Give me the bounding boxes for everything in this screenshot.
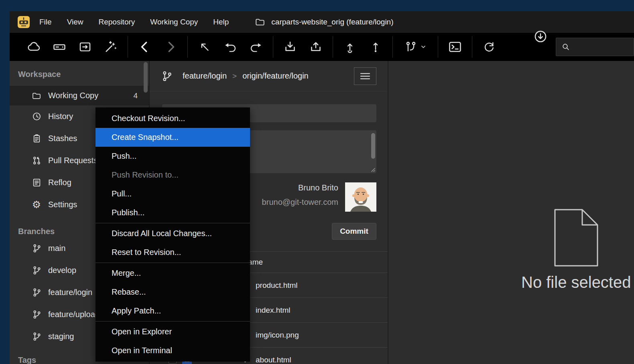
author-email: bruno@git-tower.com [262,198,338,207]
menu-item-discard-all-local-changes[interactable]: Discard All Local Changes... [96,224,250,243]
open-repository-button[interactable] [47,36,72,58]
menu-item-push-revision-to: Push Revision to... [96,166,250,184]
drive-icon [52,40,67,54]
discard-button[interactable] [192,36,217,58]
author-info: Bruno Brito bruno@git-tower.com [262,182,338,207]
menu-item-create-snapshot[interactable]: Create Snapshot... [96,128,250,147]
menu-item-open-in-explorer[interactable]: Open in Explorer [96,322,250,341]
toolbar-search[interactable] [556,38,634,56]
branch-label: feature/login [48,288,92,297]
no-file-selected-message: No file selected [521,273,631,291]
context-menu: Checkout Revision... Create Snapshot... … [96,107,250,362]
commit-button[interactable]: Commit [332,223,376,240]
chevron-down-icon [420,44,427,50]
author-name: Bruno Brito [262,183,338,192]
git-branch-icon [161,70,173,82]
clone-icon [78,40,92,54]
sidebar-item-label: History [48,112,73,121]
file-preview-panel: No file selected [388,61,634,364]
search-icon [561,42,571,52]
menu-file[interactable]: File [39,18,52,26]
textarea-scrollbar-thumb[interactable] [371,133,375,159]
cherry-pick-icon [369,40,382,54]
author-avatar [345,182,376,212]
current-branch[interactable]: feature/login [183,71,227,81]
log-document-icon [31,178,42,188]
tracking-branch[interactable]: origin/feature/login [242,71,309,81]
pull-icon [283,40,297,54]
terminal-icon [448,40,462,54]
redo-arrow-icon [249,40,263,54]
window-title: carparts-website_orig (feature/login) [271,18,393,26]
compare-branches-icon [404,40,418,54]
nav-back-button[interactable] [132,36,158,58]
fetch-icon[interactable] [533,29,548,44]
git-branch-icon [31,309,42,320]
sidebar-item-working-copy[interactable]: Working Copy 4 [10,86,149,105]
undo-button[interactable] [217,36,243,58]
compare-button[interactable] [397,36,434,58]
refresh-button[interactable] [476,36,502,58]
search-input[interactable] [575,43,631,51]
branch-options-button[interactable] [354,67,376,85]
file-name: about.html [256,356,291,364]
sidebar-item-label: Stashes [48,134,77,143]
menu-working-copy[interactable]: Working Copy [150,18,198,26]
file-name: product.html [256,281,298,290]
push-button[interactable] [303,36,329,58]
menu-item-publish[interactable]: Publish... [96,203,250,222]
app-logo-icon [18,16,30,28]
git-branch-icon [31,265,42,275]
file-name: img/icon.png [256,331,299,340]
menu-item-pull[interactable]: Pull... [96,184,250,203]
toolbar-divider [187,36,188,58]
menu-separator [96,223,250,223]
toolbar-divider [438,36,438,58]
refresh-icon [482,40,496,54]
menu-item-apply-patch[interactable]: Apply Patch... [96,301,250,320]
folder-icon [31,91,42,101]
menu-view[interactable]: View [67,18,83,26]
wand-icon [104,40,118,54]
menu-item-push[interactable]: Push... [96,147,250,166]
toolbar-divider [392,36,393,58]
stage-button[interactable] [337,36,363,58]
sidebar-item-label: Reflog [48,178,71,187]
empty-document-icon [552,208,601,268]
sidebar-scrollbar-thumb[interactable] [144,62,148,93]
terminal-button[interactable] [442,36,468,58]
resize-grip-icon[interactable] [370,166,376,172]
menu-help[interactable]: Help [213,18,229,26]
git-branch-icon [31,243,42,253]
redo-button[interactable] [243,36,269,58]
menu-item-checkout-revision[interactable]: Checkout Revision... [96,109,250,128]
sidebar-item-label: Pull Requests [48,156,98,165]
pull-request-icon [31,156,42,166]
hamburger-icon [360,72,370,80]
git-branch-icon [31,332,42,342]
cherry-pick-button[interactable] [363,36,388,58]
cloud-services-button[interactable] [21,36,47,58]
quick-actions-button[interactable] [98,36,124,58]
branch-label: staging [48,332,74,341]
cloud-icon [26,40,41,54]
menu-separator [96,263,250,263]
workspace-header: Workspace [10,68,149,80]
toolbar-divider [472,36,472,58]
menu-repository[interactable]: Repository [98,18,135,26]
undo-arrow-icon [224,40,237,54]
chevron-right-icon [163,40,178,54]
history-clock-icon [31,111,42,121]
menu-item-rebase[interactable]: Rebase... [96,283,250,301]
branch-label: feature/upload [48,310,100,319]
menu-item-reset-to-revision[interactable]: Reset to Revision... [96,243,250,262]
menu-item-open-in-terminal[interactable]: Open in Terminal [96,341,250,360]
menu-item-merge[interactable]: Merge... [96,264,250,283]
nav-forward-button[interactable] [158,36,183,58]
file-name: index.html [256,306,291,315]
toolbar-divider [273,36,273,58]
push-icon [309,40,323,54]
clone-button[interactable] [72,36,98,58]
pull-button[interactable] [277,36,303,58]
discard-icon [198,40,211,54]
